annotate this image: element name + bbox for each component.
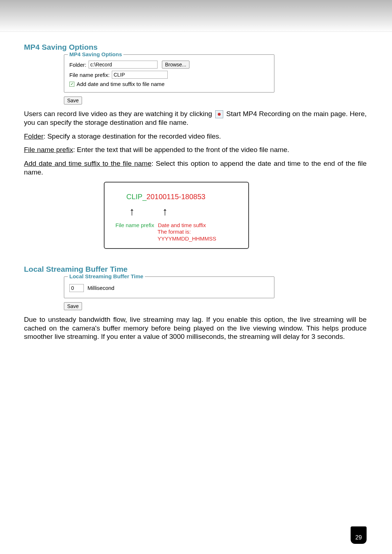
mp4-options-fieldset: MP4 Saving Options Folder: Browse... Fil… [64,54,274,93]
buffer-fieldset: Local Streaming Buffer Time Millisecond [64,276,274,298]
intro-pre: Users can record live video as they are … [24,110,212,118]
prefix-paragraph: File name prefix: Enter the text that wi… [24,145,367,154]
prefix-row: File name prefix: [69,71,269,79]
example-prefix-caption: File name prefix [115,222,154,228]
folder-input[interactable] [89,61,158,69]
buffer-unit-label: Millisecond [87,285,114,291]
up-arrow-icon: ↑ [129,206,135,217]
up-arrow-icon: ↑ [162,206,168,217]
example-format-caption: The format is: YYYYMMDD_HHMMSS [158,229,237,242]
buffer-save-button[interactable]: Save [64,302,82,310]
prefix-input[interactable] [112,71,168,79]
suffix-checkbox-row: ✓ Add date and time suffix to file name [69,81,269,87]
buffer-paragraph: Due to unsteady bandwidth flow, live str… [24,315,367,341]
mp4-fieldset-legend: MP4 Saving Options [68,51,123,57]
page-content: MP4 Saving Options MP4 Saving Options Fo… [0,32,392,341]
folder-row: Folder: Browse... [69,61,269,69]
page-number-badge: 29 [351,526,367,544]
example-suffix-caption: Date and time suffix [158,222,206,228]
prefix-label: File name prefix: [69,72,110,78]
example-datetime-part: 20100115-180853 [147,193,205,201]
buffer-fieldset-legend: Local Streaming Buffer Time [68,273,145,279]
suffix-checkbox[interactable]: ✓ [69,82,74,87]
browse-button[interactable]: Browse... [162,61,189,69]
prefix-term: File name prefix [24,146,73,153]
suffix-paragraph: Add date and time suffix to the file nam… [24,159,367,177]
mp4-save-button[interactable]: Save [64,97,82,104]
buffer-section-title: Local Streaming Buffer Time [24,265,367,274]
suffix-term: Add date and time suffix to the file nam… [24,160,151,167]
folder-paragraph: Folder: Specify a storage destination fo… [24,132,367,141]
intro-paragraph: Users can record live video as they are … [24,110,367,127]
record-icon [215,110,223,118]
folder-desc: : Specify a storage destination for the … [44,132,221,140]
prefix-desc: : Enter the text that will be appended t… [73,146,289,153]
example-arrows: ↑ ↑ [129,206,237,217]
folder-term: Folder [24,132,44,140]
page-header-gradient [0,0,392,32]
suffix-checkbox-label: Add date and time suffix to file name [77,81,164,87]
buffer-input[interactable] [69,284,84,292]
example-filename: CLIP_20100115-180853 [126,193,237,201]
folder-label: Folder: [69,62,86,68]
filename-example-box: CLIP_20100115-180853 ↑ ↑ File name prefi… [104,182,249,249]
example-caption: File name prefix Date and time suffix Th… [115,222,237,242]
example-clip-part: CLIP_ [126,193,147,201]
buffer-row: Millisecond [69,284,269,292]
mp4-section-title: MP4 Saving Options [24,43,367,52]
